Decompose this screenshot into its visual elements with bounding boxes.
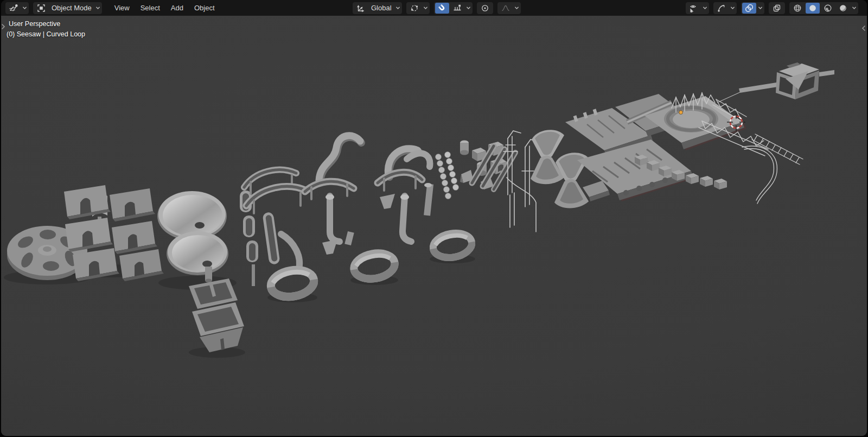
chevron-down-icon: [21, 5, 28, 10]
snap-increment-icon: [453, 4, 462, 12]
object-arch-gates[interactable]: [64, 185, 164, 281]
blender-window: Object Mode View Select Add Object: [0, 0, 868, 437]
chevron-down-icon: [422, 5, 429, 10]
falloff-curve-icon: [499, 3, 513, 14]
menu-add[interactable]: Add: [166, 2, 188, 14]
viewport-area: Object Mode View Select Add Object: [1, 0, 867, 436]
mode-label: Object Mode: [49, 4, 94, 12]
chevron-down-icon: [394, 5, 401, 10]
object-wire-guides[interactable]: [503, 131, 538, 232]
menu-select[interactable]: Select: [136, 2, 165, 14]
viewport-header: Object Mode View Select Add Object: [1, 0, 867, 16]
overlays-circles-icon: [745, 4, 754, 12]
magnet-icon: [438, 4, 446, 12]
mode-selector[interactable]: Object Mode: [33, 2, 102, 14]
chevron-down-icon: [729, 5, 736, 10]
viewport-canvas[interactable]: User Perspective (0) Seesaw | Curved Loo…: [1, 16, 867, 436]
snap-target-button[interactable]: [450, 3, 464, 14]
gizmos-group: [713, 2, 737, 14]
object-marble-rows[interactable]: [436, 152, 459, 199]
gizmo-toggle-button[interactable]: [714, 3, 729, 14]
menu-object[interactable]: Object: [189, 2, 220, 14]
proportional-editing-button[interactable]: [477, 2, 493, 14]
sidebar-expand-arrow[interactable]: [860, 23, 867, 33]
object-origin-point: [679, 111, 683, 115]
shading-mode-material[interactable]: [821, 3, 835, 14]
overlays-toggle-button[interactable]: [742, 3, 756, 14]
shading-rendered-icon: [839, 4, 847, 12]
view-perspective-label: User Perspective: [9, 20, 60, 28]
active-object-label: (0) Seesaw | Curved Loop: [7, 30, 85, 38]
shading-wireframe-icon: [793, 4, 802, 12]
object-funnels[interactable]: [157, 191, 228, 283]
header-right-cluster: [686, 0, 858, 16]
object-s-pipes-1[interactable]: [305, 136, 361, 255]
header-left-cluster: Object Mode View Select Add Object: [5, 0, 220, 16]
chevron-down-icon[interactable]: [757, 5, 764, 10]
chevron-down-icon[interactable]: [465, 5, 472, 10]
overlays-group: [741, 2, 764, 14]
toolbar-expand-arrow[interactable]: [1, 22, 7, 31]
menu-view[interactable]: View: [110, 2, 135, 14]
header-center-cluster: Global: [353, 0, 521, 16]
visibility-cursor-eye-icon: [687, 3, 701, 14]
object-s-pipes-2[interactable]: [378, 149, 433, 242]
shading-mode-wireframe[interactable]: [790, 3, 805, 14]
shading-solid-icon: [808, 4, 817, 12]
scene-svg: [1, 16, 867, 436]
object-beam-and-cage[interactable]: [717, 62, 834, 103]
proportional-editing-icon: [478, 3, 492, 14]
object-collector-trays[interactable]: [189, 278, 244, 352]
chevron-down-icon: [513, 5, 520, 10]
chevron-down-icon: [701, 5, 709, 10]
proportional-falloff-dropdown[interactable]: [497, 2, 521, 14]
gizmo-arc-icon: [717, 4, 726, 12]
xray-toggle-button[interactable]: [769, 2, 785, 14]
xray-squares-icon: [770, 3, 784, 14]
chevron-down-icon: [94, 5, 101, 10]
orientation-axes-icon: [354, 3, 368, 14]
shading-mode-solid[interactable]: [806, 3, 820, 14]
shading-material-icon: [824, 4, 832, 12]
pivot-point-icon: [407, 3, 422, 14]
shading-mode-group: [789, 2, 858, 14]
snapping-group: [434, 2, 473, 14]
object-mode-icon: [34, 3, 48, 14]
orientation-label: Global: [368, 4, 394, 12]
shading-mode-rendered[interactable]: [836, 3, 850, 14]
visibility-dropdown[interactable]: [686, 2, 709, 14]
transform-orientation-dropdown[interactable]: Global: [353, 2, 402, 14]
pivot-point-dropdown[interactable]: [406, 2, 430, 14]
header-menubar: View Select Add Object: [110, 2, 220, 14]
snap-toggle-button[interactable]: [435, 3, 449, 14]
chevron-down-icon[interactable]: [851, 5, 858, 10]
editor-type-button[interactable]: [5, 2, 29, 14]
editor-3d-viewport-icon: [7, 3, 21, 14]
